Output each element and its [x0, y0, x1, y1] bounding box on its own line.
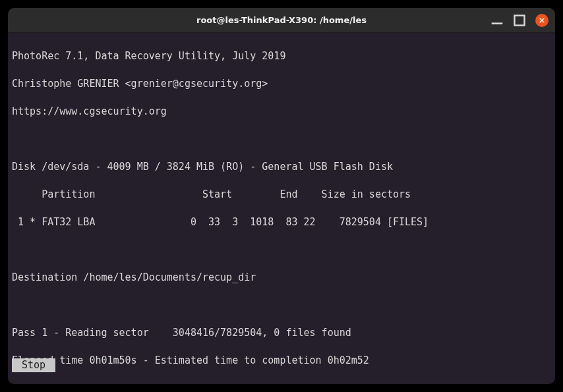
maximize-icon — [513, 14, 526, 27]
destination-line: Destination /home/les/Documents/recup_di… — [12, 271, 551, 285]
terminal-content[interactable]: PhotoRec 7.1, Data Recovery Utility, Jul… — [8, 33, 555, 384]
stop-button[interactable]: Stop — [12, 358, 55, 372]
url-line: https://www.cgsecurity.org — [12, 105, 551, 119]
window-title: root@les-ThinkPad-X390: /home/les — [196, 15, 367, 25]
pass-progress-line: Pass 1 - Reading sector 3048416/7829504,… — [12, 326, 551, 340]
disk-info-line: Disk /dev/sda - 4009 MB / 3824 MiB (RO) … — [12, 160, 551, 174]
svg-rect-0 — [492, 22, 503, 24]
close-button[interactable] — [535, 14, 548, 27]
author-line: Christophe GRENIER <grenier@cgsecurity.o… — [12, 77, 551, 91]
minimize-button[interactable] — [490, 14, 504, 27]
blank-line — [12, 132, 551, 146]
blank-line — [12, 243, 551, 257]
window-controls — [490, 8, 548, 32]
partition-row: 1 * FAT32 LBA 0 33 3 1018 83 22 7829504 … — [12, 215, 551, 229]
app-header-line: PhotoRec 7.1, Data Recovery Utility, Jul… — [12, 49, 551, 63]
blank-line — [12, 298, 551, 312]
titlebar[interactable]: root@les-ThinkPad-X390: /home/les — [8, 8, 555, 33]
terminal-window: root@les-ThinkPad-X390: /home/les PhotoR… — [8, 8, 555, 384]
svg-rect-1 — [515, 15, 525, 25]
minimize-icon — [490, 14, 504, 27]
maximize-button[interactable] — [513, 14, 526, 27]
close-icon — [539, 17, 545, 24]
elapsed-time-line: Elapsed time 0h01m50s - Estimated time t… — [12, 354, 551, 368]
partition-header-line: Partition Start End Size in sectors — [12, 188, 551, 202]
